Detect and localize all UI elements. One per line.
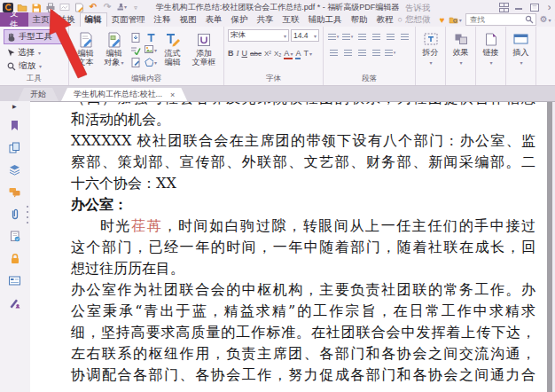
- doc-line: 办公室作为社团联合会的中枢机构，主要负责社团联的常务工作。办: [71, 279, 535, 301]
- zoom-tool-button[interactable]: 缩放 ▾: [4, 59, 65, 73]
- protect-lock-icon[interactable]: [9, 252, 21, 265]
- print-icon[interactable]: [45, 3, 56, 12]
- layout-icon[interactable]: [499, 3, 507, 12]
- text-scale-button[interactable]: T▾: [303, 49, 312, 58]
- decrease-indent-button[interactable]: [327, 47, 340, 58]
- char-spacing-button[interactable]: [370, 47, 382, 58]
- stamp-tool-icon[interactable]: ▾: [116, 3, 127, 12]
- link-label: 链接: [483, 48, 499, 57]
- font-name-select[interactable]: 宋体 ▾: [228, 29, 289, 42]
- attachments-icon[interactable]: [9, 208, 21, 221]
- edit-doc-icon[interactable]: [129, 57, 142, 67]
- edit-object-label2: 对象: [104, 58, 120, 67]
- edit-object-button[interactable]: 编辑 对象▾: [101, 29, 127, 74]
- menu-tab-9[interactable]: 共享: [253, 12, 278, 27]
- font-size-select[interactable]: 14.4 ▾: [291, 29, 319, 42]
- minimize-button[interactable]: [515, 8, 522, 10]
- italic-button[interactable]: I: [237, 49, 239, 58]
- menu-tab-8[interactable]: 保护: [227, 12, 253, 27]
- align-justify-button[interactable]: [398, 31, 410, 42]
- search-folder-icon[interactable]: ▾: [449, 16, 462, 24]
- flow-edit-button[interactable]: 流式 编辑: [160, 29, 185, 74]
- panel-splitter-handle[interactable]: [26, 206, 28, 231]
- numbered-list-button[interactable]: ▾: [341, 31, 354, 42]
- expand-panel-icon[interactable]: ▶: [12, 103, 17, 109]
- export-text-icon[interactable]: [129, 32, 142, 43]
- edit-mini-column-2: ▾ ▾: [145, 29, 157, 74]
- document-tab[interactable]: 学生机构工作总结:校社... ×: [61, 88, 187, 101]
- document-viewport[interactable]: （四）加强与社会各界及兄弟院校社团的联系，为社团提供合作信息和活动的机会。XXX…: [30, 101, 555, 392]
- insert-button[interactable]: 插入 ▾: [506, 27, 536, 85]
- close-button[interactable]: ✕: [547, 4, 551, 12]
- save-icon[interactable]: [31, 3, 42, 12]
- edit-text-button[interactable]: 编辑 文本: [73, 29, 98, 74]
- effects-button[interactable]: 效果 ▾: [446, 27, 476, 85]
- spell-check-icon[interactable]: [129, 44, 142, 55]
- menu-tab-12[interactable]: 帮助: [347, 12, 372, 27]
- bookmarks-icon[interactable]: [9, 119, 21, 132]
- security-policy-icon[interactable]: [9, 230, 21, 243]
- caret-down-icon: ▾: [549, 18, 551, 23]
- char-spacing-button[interactable]: A: [295, 49, 301, 59]
- menu-tab-4[interactable]: 页面管理: [107, 12, 150, 27]
- link-button[interactable]: 链接 ▾: [476, 27, 506, 85]
- menu-tab-10[interactable]: 互联: [278, 12, 304, 27]
- menu-tab-1[interactable]: 主页: [28, 12, 54, 27]
- bold-button[interactable]: B: [228, 49, 234, 58]
- main-area: ▶ （四）加强与社会各界及兄弟院校社团的联系，为社团提供合作信息和活动的机会。X…: [0, 101, 555, 392]
- strikethrough-button[interactable]: abc: [250, 50, 262, 58]
- settings-gear-icon[interactable]: ⚙▾: [540, 15, 551, 24]
- menu-tab-3[interactable]: 编辑: [80, 12, 107, 27]
- add-shape-icon[interactable]: ▾: [145, 57, 157, 67]
- select-tool-button[interactable]: 选择 ▾: [4, 46, 65, 59]
- align-right-icon: [387, 34, 395, 40]
- increase-indent-icon: [344, 50, 352, 56]
- comments-icon[interactable]: [9, 185, 21, 199]
- paragraph-spacing-button[interactable]: ▾: [384, 47, 396, 58]
- search-icon[interactable]: [525, 15, 534, 24]
- create-pdf-icon[interactable]: [74, 3, 84, 12]
- redo-icon[interactable]: ↷: [102, 3, 113, 12]
- split-button[interactable]: 拆分 ▾: [416, 27, 446, 85]
- align-center-button[interactable]: [370, 31, 382, 42]
- undo-icon[interactable]: ↶: [88, 3, 98, 12]
- add-image-icon[interactable]: ▾: [145, 44, 157, 55]
- favorite-heart-icon[interactable]: ♥: [440, 15, 445, 25]
- caret-down-icon: ▾: [394, 50, 396, 55]
- start-tab[interactable]: 开始: [18, 88, 59, 101]
- maximize-button[interactable]: [530, 4, 539, 12]
- close-tab-icon[interactable]: ×: [170, 90, 175, 99]
- hand-tool-button[interactable]: 手型工具: [4, 29, 65, 44]
- file-menu-button[interactable]: 文件: [0, 12, 28, 27]
- align-left-button[interactable]: [356, 31, 368, 42]
- add-text-icon[interactable]: [145, 32, 157, 43]
- superscript-button[interactable]: X²: [264, 50, 271, 58]
- page-thumbnails-icon[interactable]: [9, 141, 21, 154]
- search-input[interactable]: [468, 14, 525, 25]
- open-file-icon[interactable]: [17, 3, 27, 12]
- menu-tab-6[interactable]: 视图: [176, 12, 201, 27]
- menu-tab-13[interactable]: 教程: [372, 12, 398, 27]
- select-cursor-icon: [7, 49, 15, 58]
- layers-icon[interactable]: [9, 163, 21, 176]
- menu-tab-5[interactable]: 注释: [150, 12, 176, 27]
- menu-tab-2[interactable]: 转换: [54, 12, 80, 27]
- line-spacing-button[interactable]: [356, 47, 368, 58]
- signature-icon[interactable]: [9, 296, 21, 310]
- font-group-label: 字体: [224, 74, 323, 84]
- font-color-button[interactable]: A▾: [284, 49, 293, 59]
- underline-button[interactable]: U: [242, 49, 248, 58]
- customize-qat-icon[interactable]: ▿: [130, 3, 141, 12]
- flow-edit-icon: [165, 31, 181, 49]
- increase-indent-button[interactable]: [341, 47, 354, 58]
- add-article-box-button[interactable]: 添加 文章框: [188, 29, 220, 74]
- scan-icon[interactable]: [59, 3, 70, 12]
- document-tab-bar: 开始 学生机构工作总结:校社... ×: [0, 86, 555, 101]
- bullet-list-button[interactable]: ▾: [327, 31, 340, 42]
- menu-tab-7[interactable]: 表单: [201, 12, 227, 27]
- subscript-button[interactable]: X₂: [274, 50, 281, 58]
- form-fields-icon[interactable]: [9, 274, 21, 287]
- align-right-button[interactable]: [384, 31, 396, 42]
- paragraph-group: ▾▾ ▾ 段落: [324, 27, 416, 85]
- menu-tab-11[interactable]: 辅助工具: [304, 12, 347, 27]
